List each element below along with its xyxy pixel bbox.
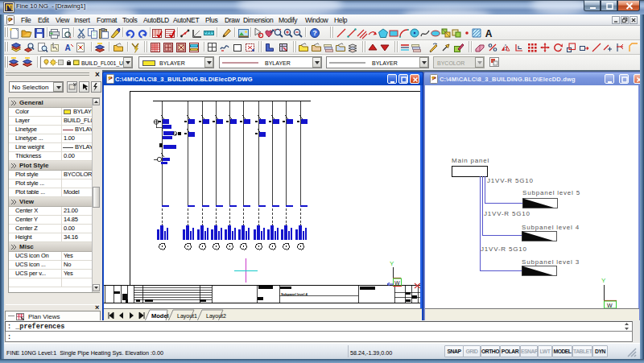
svg-text:A: A (485, 28, 493, 39)
svg-text:Subpanel level 5: Subpanel level 5 (522, 189, 580, 196)
svg-text:W: W (607, 303, 613, 308)
svg-text:Subpanel level 3: Subpanel level 3 (522, 258, 580, 266)
svg-text:J1VV-R 5G10: J1VV-R 5G10 (481, 245, 527, 253)
svg-text:Layout2: Layout2 (206, 313, 226, 320)
svg-text:J1VV-R 5G10: J1VV-R 5G10 (484, 210, 530, 217)
svg-text:Main panel: Main panel (452, 157, 489, 164)
svg-text:Y: Y (601, 277, 606, 284)
svg-text:Y: Y (390, 260, 394, 267)
svg-text:J1VV-R 5G10: J1VV-R 5G10 (487, 177, 534, 184)
svg-text:A: A (64, 43, 70, 52)
svg-text:Subpanel level 4: Subpanel level 4 (281, 292, 308, 296)
svg-text:Model: Model (151, 312, 169, 320)
svg-text:W: W (394, 280, 400, 286)
svg-text:?: ? (312, 29, 317, 37)
svg-text:Layout1: Layout1 (177, 313, 197, 320)
svg-text:Subpanel level 4: Subpanel level 4 (522, 224, 580, 231)
